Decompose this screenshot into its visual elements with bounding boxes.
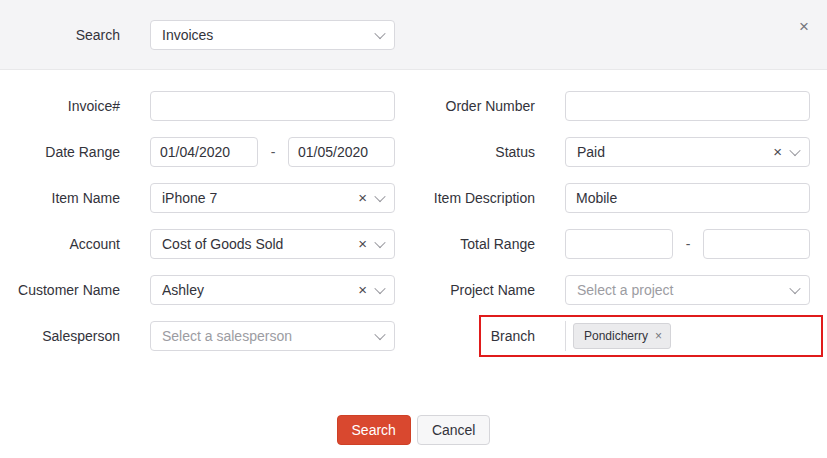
clear-icon[interactable]: × — [358, 190, 367, 205]
chevron-down-icon — [374, 27, 385, 38]
field-row-invoice-number: Invoice# — [0, 91, 395, 121]
total-range-controls: - — [565, 229, 810, 259]
chevron-down-icon — [374, 329, 385, 340]
branch-multiselect[interactable]: Pondicherry × — [565, 321, 810, 351]
date-range-controls: - — [150, 137, 395, 167]
field-row-date-range: Date Range - — [0, 137, 395, 167]
search-form: Invoice# Date Range - Item Name iPhone 7… — [0, 70, 827, 367]
field-row-status: Status Paid × — [415, 137, 810, 167]
chevron-down-icon — [789, 283, 800, 294]
dialog-header: Search Invoices × — [0, 0, 827, 70]
search-type-label: Search — [0, 27, 120, 43]
chevron-down-icon — [374, 283, 385, 294]
search-entity-value: Invoices — [162, 27, 376, 43]
item-name-label: Item Name — [0, 190, 120, 206]
customer-name-select[interactable]: Ashley × — [150, 275, 395, 305]
date-range-from-input[interactable] — [150, 137, 258, 167]
field-row-item-name: Item Name iPhone 7 × — [0, 183, 395, 213]
close-icon[interactable]: × — [794, 18, 814, 38]
chip-remove-icon[interactable]: × — [655, 329, 662, 343]
date-range-label: Date Range — [0, 144, 120, 160]
project-name-select[interactable]: Select a project — [565, 275, 810, 305]
field-row-branch: Branch Pondicherry × — [415, 321, 810, 351]
dialog-footer: Search Cancel — [0, 415, 827, 445]
branch-chip-label: Pondicherry — [584, 329, 648, 343]
item-description-label: Item Description — [415, 190, 535, 206]
customer-name-value: Ashley — [162, 282, 352, 298]
status-label: Status — [415, 144, 535, 160]
account-value: Cost of Goods Sold — [162, 236, 352, 252]
field-row-item-description: Item Description — [415, 183, 810, 213]
item-name-value: iPhone 7 — [162, 190, 352, 206]
order-number-input[interactable] — [565, 91, 810, 121]
search-entity-select[interactable]: Invoices — [150, 20, 395, 50]
salesperson-label: Salesperson — [0, 328, 120, 344]
chevron-down-icon — [374, 191, 385, 202]
field-row-order-number: Order Number — [415, 91, 810, 121]
range-separator: - — [673, 236, 703, 252]
search-button[interactable]: Search — [337, 415, 411, 445]
clear-icon[interactable]: × — [358, 282, 367, 297]
account-select[interactable]: Cost of Goods Sold × — [150, 229, 395, 259]
chevron-down-icon — [374, 237, 385, 248]
date-range-to-input[interactable] — [288, 137, 395, 167]
search-dialog: Search Invoices × Invoice# Date Range - — [0, 0, 827, 458]
item-name-select[interactable]: iPhone 7 × — [150, 183, 395, 213]
salesperson-select[interactable]: Select a salesperson — [150, 321, 395, 351]
chevron-down-icon — [789, 145, 800, 156]
field-row-total-range: Total Range - — [415, 229, 810, 259]
invoice-number-input[interactable] — [150, 91, 395, 121]
field-row-account: Account Cost of Goods Sold × — [0, 229, 395, 259]
field-row-customer-name: Customer Name Ashley × — [0, 275, 395, 305]
status-select[interactable]: Paid × — [565, 137, 810, 167]
field-row-salesperson: Salesperson Select a salesperson — [0, 321, 395, 351]
salesperson-placeholder: Select a salesperson — [162, 328, 376, 344]
range-separator: - — [258, 144, 288, 160]
form-column-left: Invoice# Date Range - Item Name iPhone 7… — [0, 91, 395, 367]
order-number-label: Order Number — [415, 98, 535, 114]
clear-icon[interactable]: × — [773, 144, 782, 159]
cancel-button[interactable]: Cancel — [417, 415, 491, 445]
project-name-label: Project Name — [415, 282, 535, 298]
item-description-input[interactable] — [565, 183, 810, 213]
account-label: Account — [0, 236, 120, 252]
branch-chip: Pondicherry × — [573, 323, 671, 349]
total-range-from-input[interactable] — [565, 229, 673, 259]
total-range-to-input[interactable] — [703, 229, 810, 259]
branch-label: Branch — [415, 328, 535, 344]
invoice-number-label: Invoice# — [0, 98, 120, 114]
project-name-placeholder: Select a project — [577, 282, 791, 298]
field-row-project-name: Project Name Select a project — [415, 275, 810, 305]
status-value: Paid — [577, 144, 767, 160]
total-range-label: Total Range — [415, 236, 535, 252]
clear-icon[interactable]: × — [358, 236, 367, 251]
customer-name-label: Customer Name — [0, 282, 120, 298]
form-column-right: Order Number Status Paid × Item Descript… — [415, 91, 810, 367]
